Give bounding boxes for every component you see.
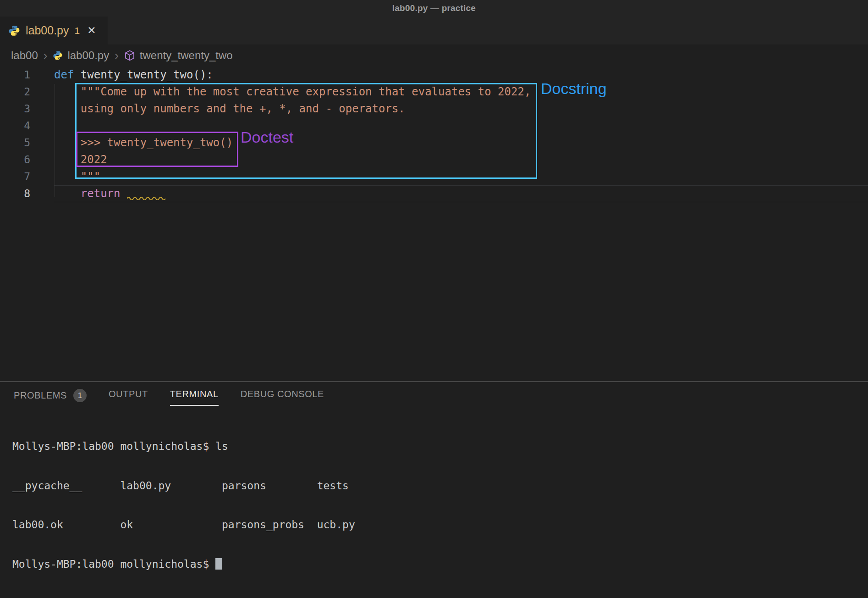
panel-tab-terminal[interactable]: TERMINAL <box>170 389 219 406</box>
chevron-right-icon: › <box>44 49 48 63</box>
chevron-right-icon: › <box>115 49 119 63</box>
breadcrumb-item-lab00[interactable]: lab00 <box>11 49 38 62</box>
panel-tab-debug-console[interactable]: DEBUG CONSOLE <box>241 389 324 406</box>
window-title: lab00.py — practice <box>392 3 476 13</box>
line-number: 3 <box>0 100 30 117</box>
line-number: 4 <box>0 117 30 134</box>
panel-tab-problems[interactable]: PROBLEMS 1 <box>14 389 87 409</box>
line-number: 6 <box>0 151 30 168</box>
close-icon[interactable]: ✕ <box>87 24 96 37</box>
panel-tab-bar: PROBLEMS 1 OUTPUT TERMINAL DEBUG CONSOLE <box>14 389 324 409</box>
python-icon <box>8 25 20 37</box>
terminal-line: Mollys-MBP:lab00 mollynicholas$ <box>12 558 355 571</box>
breadcrumb-item-lab00py[interactable]: lab00.py <box>67 49 109 62</box>
terminal-line: __pycache__ lab00.py parsons tests <box>12 479 355 493</box>
code-line: 5 >>> twenty_twenty_two() <box>0 134 868 151</box>
line-number: 8 <box>0 185 30 202</box>
terminal[interactable]: Mollys-MBP:lab00 mollynicholas$ ls __pyc… <box>12 414 355 597</box>
code-line: 4 <box>0 117 868 134</box>
title-bar: lab00.py — practice <box>0 0 868 17</box>
line-number: 1 <box>0 66 30 83</box>
terminal-line: Mollys-MBP:lab00 mollynicholas$ ls <box>12 440 355 453</box>
module-symbol-icon <box>124 50 135 61</box>
terminal-cursor <box>215 558 222 570</box>
code-text: >>> twenty_twenty_two() <box>54 134 868 151</box>
problems-badge: 1 <box>73 389 87 402</box>
code-text: """Come up with the most creative expres… <box>54 83 868 100</box>
code-line: 7 """ <box>0 168 868 185</box>
code-text: 2022 <box>54 151 868 168</box>
tab-bar: lab00.py 1 ✕ <box>0 17 868 44</box>
code-text <box>54 117 868 134</box>
vscode-window: lab00.py — practice lab00.py 1 ✕ lab00 ›… <box>0 0 868 598</box>
code-text: def twenty_twenty_two(): <box>54 66 868 83</box>
problems-count-badge: 1 <box>75 25 80 36</box>
code-line: 2 """Come up with the most creative expr… <box>0 83 868 100</box>
tab-label: lab00.py <box>26 24 69 37</box>
code-line: 6 2022 <box>0 151 868 168</box>
code-line: 1 def twenty_twenty_two(): <box>0 66 868 83</box>
line-number: 7 <box>0 168 30 185</box>
code-text: using only numbers and the +, *, and - o… <box>54 100 868 117</box>
code-text: """ <box>54 168 868 185</box>
panel-divider <box>0 381 868 382</box>
line-number: 2 <box>0 83 30 100</box>
warning-squiggle-icon <box>127 196 165 200</box>
panel-tab-output[interactable]: OUTPUT <box>109 389 148 406</box>
breadcrumb: lab00 › lab00.py › twenty_twenty_two <box>0 44 868 66</box>
code-editor[interactable]: 1 def twenty_twenty_two(): 2 """Come up … <box>0 66 868 202</box>
breadcrumb-item-function[interactable]: twenty_twenty_two <box>140 49 233 62</box>
indent-guide <box>55 84 55 197</box>
line-number: 5 <box>0 134 30 151</box>
terminal-line: lab00.ok ok parsons_probs ucb.py <box>12 518 355 532</box>
python-icon <box>53 50 63 61</box>
code-line: 3 using only numbers and the +, *, and -… <box>0 100 868 117</box>
tab-lab00py[interactable]: lab00.py 1 ✕ <box>0 17 108 44</box>
code-text: return <box>54 185 868 202</box>
code-line-active: 8 return <box>0 185 868 202</box>
